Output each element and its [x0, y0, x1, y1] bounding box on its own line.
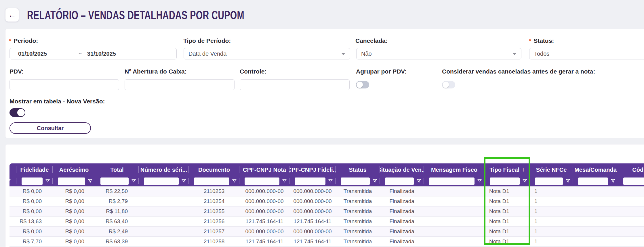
column-filter-input[interactable]: [490, 177, 520, 185]
filter-funnel-icon[interactable]: [565, 179, 570, 184]
filter-funnel-icon[interactable]: [477, 179, 482, 184]
filter-funnel-icon[interactable]: [45, 179, 50, 184]
filter-funnel-icon[interactable]: [232, 179, 237, 184]
table-row[interactable]: R$ 0,00R$ 0,00R$ 22,502110253000.000.000…: [9, 186, 644, 196]
filter-funnel-icon[interactable]: [9, 179, 11, 184]
table-cell: 121.745.164-11: [239, 217, 289, 226]
table-cell: 000.000.000-00: [239, 207, 289, 216]
column-filter-input[interactable]: [341, 177, 370, 185]
column-filter-input[interactable]: [535, 177, 563, 185]
table-cell: Nota D1: [485, 237, 530, 246]
table-cell: R$ 0,00: [53, 207, 95, 216]
column-filter-input[interactable]: [429, 177, 475, 185]
back-button[interactable]: ←: [5, 8, 19, 22]
column-header[interactable]: Situação de Ven...: [380, 163, 424, 176]
column-header[interactable]: Acréscimo: [53, 163, 95, 176]
table-body: R$ 0,00R$ 0,00R$ 22,502110253000.000.000…: [9, 186, 644, 247]
filter-funnel-icon[interactable]: [611, 179, 616, 184]
table-cell: Transmitida: [336, 186, 380, 196]
filter-funnel-icon[interactable]: [131, 179, 136, 184]
back-arrow-icon: ←: [8, 11, 16, 19]
table-cell: R$ 22,50: [95, 186, 139, 196]
column-filter-input[interactable]: [58, 177, 85, 185]
pdv-input[interactable]: [10, 80, 119, 90]
column-filter-input[interactable]: [22, 177, 43, 185]
cancelada-select[interactable]: Não: [356, 48, 521, 59]
chevron-down-icon: [341, 53, 345, 55]
table-cell: R$ 0,00: [53, 217, 95, 226]
table-cell: 000.000.000-00: [239, 186, 289, 196]
column-filter-input[interactable]: [578, 177, 608, 185]
table-cell: 000.000.000-00: [239, 196, 289, 206]
table-cell: [573, 196, 618, 206]
table-cell: 2110255: [189, 207, 239, 216]
periodo-start-date[interactable]: 01/10/2025: [18, 51, 47, 57]
column-header[interactable]: CPF-CNPJ Nota: [239, 163, 289, 176]
table-cell: [573, 186, 618, 196]
column-filter: [16, 176, 53, 186]
periodo-date-range-input[interactable]: 01/10/2025 ~ 31/10/2025: [9, 48, 177, 59]
column-header[interactable]: Número de séri...: [139, 163, 189, 176]
column-header[interactable]: Tipo Fiscal↓: [485, 163, 530, 176]
column-header[interactable]: Documento: [189, 163, 239, 176]
required-asterisk: *: [9, 37, 11, 44]
consultar-button[interactable]: Consultar: [9, 122, 91, 134]
table-row[interactable]: R$ 13,63R$ 0,00R$ 63,402110256121.745.16…: [9, 217, 644, 227]
filter-funnel-icon[interactable]: [416, 179, 421, 184]
tipo-periodo-select[interactable]: Data de Venda: [184, 48, 350, 59]
table-cell: [424, 227, 485, 236]
filter-funnel-icon[interactable]: [522, 179, 527, 184]
table-cell: Nota D1: [485, 186, 530, 196]
status-select[interactable]: Todos: [529, 48, 644, 59]
table-cell: [139, 217, 189, 226]
table-cell: [139, 237, 189, 246]
controle-input[interactable]: [240, 80, 349, 90]
filter-funnel-icon[interactable]: [372, 179, 377, 184]
table-row[interactable]: R$ 7,70R$ 0,00R$ 63,392110258121.745.164…: [9, 237, 644, 247]
table-cell: [9, 196, 16, 206]
tipo-periodo-value: Data de Venda: [188, 51, 226, 57]
table-cell: [9, 227, 16, 236]
periodo-end-date[interactable]: 31/10/2025: [87, 51, 116, 57]
table-cell: R$ 13,63: [16, 217, 53, 226]
table-cell: [618, 217, 644, 226]
column-filter-input[interactable]: [100, 177, 129, 185]
abertura-caixa-input[interactable]: [125, 80, 234, 90]
column-header[interactable]: Série NFCe: [530, 163, 573, 176]
column-header[interactable]: Códig...: [618, 163, 644, 176]
column-filter-input[interactable]: [385, 177, 414, 185]
table-cell: 2110257: [189, 227, 239, 236]
table-cell: [9, 186, 16, 196]
column-header[interactable]: [9, 163, 16, 176]
table-row[interactable]: R$ 0,00R$ 0,00R$ 2,492110257000.000.000-…: [9, 227, 644, 237]
column-header[interactable]: Status: [336, 163, 380, 176]
table-cell: 1: [530, 217, 573, 226]
table-cell: R$ 0,00: [53, 237, 95, 246]
agrupar-pdv-toggle[interactable]: [356, 81, 369, 88]
column-filter-input[interactable]: [194, 177, 229, 185]
cancelada-label: Cancelada:: [355, 37, 388, 44]
page-title: RELATÓRIO – VENDAS DETALHADAS POR CUPOM: [27, 8, 338, 22]
table-row[interactable]: R$ 0,00R$ 0,00R$ 2,792110254000.000.000-…: [9, 196, 644, 207]
column-header[interactable]: CPF-CNPJ Fideli...: [289, 163, 336, 176]
column-filter-input[interactable]: [144, 177, 179, 185]
column-header[interactable]: Fidelidade: [16, 163, 53, 176]
table-cell: Finalizada: [380, 186, 424, 196]
column-filter-input[interactable]: [245, 177, 279, 185]
table-cell: R$ 2,79: [95, 196, 139, 206]
column-header[interactable]: Total: [95, 163, 139, 176]
considerar-vendas-label: Considerar vendas canceladas antes de ge…: [442, 68, 595, 75]
column-filter-input[interactable]: [295, 177, 325, 185]
mostrar-tabela-toggle[interactable]: [9, 108, 25, 117]
filter-funnel-icon[interactable]: [282, 179, 287, 184]
filter-funnel-icon[interactable]: [181, 179, 186, 184]
column-filter-input[interactable]: [623, 177, 644, 185]
table-row[interactable]: R$ 0,00R$ 0,00R$ 11,802110255000.000.000…: [9, 207, 644, 217]
column-header[interactable]: Mensagem Fisco: [424, 163, 485, 176]
filter-funnel-icon[interactable]: [88, 179, 93, 184]
column-filter: [289, 176, 336, 186]
considerar-vendas-toggle[interactable]: [442, 81, 455, 88]
column-filter: [380, 176, 424, 186]
filter-funnel-icon[interactable]: [328, 179, 333, 184]
column-header[interactable]: Mesa/Comanda: [573, 163, 618, 176]
